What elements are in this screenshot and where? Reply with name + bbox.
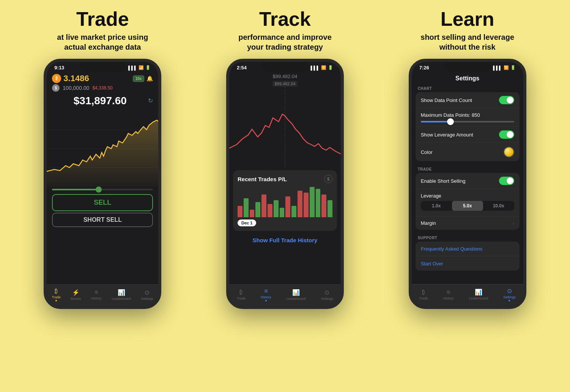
nav-item-history-1[interactable]: ≡ History	[91, 289, 102, 300]
nav-label-leaderboard-2: Leaderboard	[287, 297, 306, 301]
btc-row: ₿ 3.1486 10x 🔔	[52, 74, 153, 83]
settings-row-short-selling: Enable Short Selling	[416, 173, 520, 189]
nav-item-trade-1[interactable]: ₿ Trade	[52, 288, 60, 301]
date-pill: Dec 1	[238, 220, 256, 226]
bottom-nav-1: ₿ Trade ⚡ Boosts ≡ History 📊 Leaderb	[47, 284, 158, 306]
bar-6	[268, 204, 272, 217]
history-nav-icon-1: ≡	[94, 289, 98, 296]
nav-item-history-3[interactable]: ≡ History	[443, 289, 454, 300]
boosts-nav-icon: ⚡	[72, 289, 80, 296]
leverage-option-10x[interactable]: 10.0x	[483, 201, 514, 211]
leverage-badge[interactable]: 10x	[133, 75, 145, 82]
short-selling-toggle[interactable]	[499, 177, 514, 185]
time-1: 9:13	[54, 65, 64, 71]
settings-nav-icon-1: ⊙	[145, 289, 150, 296]
nav-item-settings-2[interactable]: ⊙ Settings	[321, 289, 334, 301]
bar-11	[298, 191, 302, 217]
trade-nav-icon-3: ₿	[422, 289, 425, 296]
bell-icon[interactable]: 🔔	[146, 75, 153, 82]
leverage-option-1x[interactable]: 1.0x	[421, 201, 452, 211]
nav-item-leaderboard-1[interactable]: 📊 Leaderboard	[112, 289, 131, 301]
leverage-option-5x[interactable]: 5.0x	[452, 201, 483, 211]
phone-learn: 7:26 ▌▌▌ 🛜 🔋 Settings CHART Show Data Po…	[409, 59, 526, 309]
toggle-thumb-1	[507, 97, 513, 103]
nav-label-history-1: History	[91, 296, 102, 300]
panel-learn: Learn short selling and leveragewithout …	[382, 8, 553, 384]
btc-right: 10x 🔔	[133, 75, 153, 82]
time-3: 7:26	[419, 65, 429, 71]
bar-16	[328, 200, 332, 217]
section-support-label: SUPPORT	[412, 233, 523, 241]
wifi-icon-2: 🛜	[321, 65, 326, 70]
nav-item-settings-3[interactable]: ⊙ Settings	[503, 287, 516, 301]
nav-item-boosts[interactable]: ⚡ Boosts	[71, 289, 81, 301]
start-over-row[interactable]: Start Over	[416, 256, 520, 271]
faq-row[interactable]: Frequently Asked Questions	[416, 241, 520, 256]
phone-track: 2:54 ▌▌▌ 🛜 🔋 $99,482.04	[226, 59, 344, 309]
phone-notch-2	[262, 62, 308, 72]
settings-title: Settings	[412, 72, 523, 83]
nav-item-trade-2[interactable]: ₿ Trade	[237, 289, 246, 300]
slider-track-1[interactable]	[52, 189, 153, 190]
nav-item-settings-1[interactable]: ⊙ Settings	[141, 289, 154, 301]
faq-label: Frequently Asked Questions	[421, 246, 483, 252]
leaderboard-nav-icon-1: 📊	[118, 289, 125, 296]
leaderboard-nav-icon-3: 📊	[475, 289, 482, 296]
panel-trade-subtitle: at live market price usingactual exchang…	[57, 32, 148, 52]
settings-row-data-point-count: Show Data Point Count	[416, 92, 520, 108]
panel-track-subtitle: performance and improveyour trading stra…	[238, 32, 332, 52]
nav-item-trade-3[interactable]: ₿ Trade	[419, 289, 428, 300]
signal-icon-3: ▌▌▌	[493, 66, 502, 70]
color-label: Color	[421, 149, 433, 155]
chart-line-2	[229, 114, 341, 154]
color-circle[interactable]	[504, 147, 514, 157]
bar-13	[310, 187, 315, 217]
start-over-label: Start Over	[421, 261, 443, 267]
slider-thumb-1	[96, 187, 102, 193]
track-chart-svg	[229, 80, 341, 167]
nav-label-trade-1: Trade	[52, 295, 60, 299]
max-data-slider[interactable]	[421, 121, 514, 122]
bar-3	[250, 210, 255, 217]
time-2: 2:54	[237, 65, 247, 71]
refresh-icon[interactable]: ↻	[148, 97, 153, 104]
bar-4	[255, 202, 260, 217]
usd-pnl: $4,338.50	[92, 85, 112, 91]
short-sell-button[interactable]: SHORT SELL	[52, 213, 153, 227]
nav-item-leaderboard-3[interactable]: 📊 Leaderboard	[469, 289, 488, 300]
leaderboard-nav-icon-2: 📊	[292, 289, 300, 296]
btc-left: ₿ 3.1486	[52, 74, 89, 83]
dollar-badge[interactable]: $	[324, 175, 332, 183]
short-selling-label: Enable Short Selling	[421, 178, 466, 184]
section-chart-label: CHART	[412, 83, 523, 92]
leverage-selector[interactable]: 1.0x 5.0x 10.0x	[421, 201, 514, 211]
btc-badge: ₿	[52, 74, 61, 83]
settings-row-margin[interactable]: Margin ›	[416, 216, 520, 230]
bar-5	[261, 194, 266, 217]
status-icons-3: ▌▌▌ 🛜 🔋	[493, 65, 515, 70]
nav-label-settings-2: Settings	[321, 297, 334, 301]
chevron-icon: ›	[513, 221, 514, 226]
bottom-nav-2: ₿ Trade ≡ History 📊 Leaderboard ⊙ Se	[229, 284, 341, 306]
toggle-thumb-3	[507, 177, 513, 184]
nav-item-leaderboard-2[interactable]: 📊 Leaderboard	[287, 289, 306, 301]
chart-price-label: $99,482.04	[229, 72, 341, 80]
nav-label-boosts: Boosts	[71, 297, 81, 301]
page-container: Trade at live market price usingactual e…	[0, 0, 570, 392]
sell-button[interactable]: SELL	[52, 194, 153, 211]
usd-balance: 100,000.00	[63, 85, 89, 91]
recent-trades-card: Recent Trades P/L $	[233, 170, 337, 231]
leverage-amount-toggle[interactable]	[499, 130, 514, 139]
nav-label-leaderboard-1: Leaderboard	[112, 297, 131, 301]
panel-track-title: Track	[259, 8, 311, 30]
status-icons-2: ▌▌▌ 🛜 🔋	[311, 65, 333, 70]
show-history-button[interactable]: Show Full Trade History	[233, 234, 337, 246]
slider-fill-1	[52, 189, 98, 190]
slider-row	[47, 187, 158, 193]
bar-9	[285, 196, 290, 217]
settings-row-color: Color	[416, 143, 520, 161]
data-point-count-toggle[interactable]	[499, 96, 514, 104]
nav-item-history-2[interactable]: ≡ History	[261, 288, 271, 301]
chart-settings-card: Show Data Point Count Maximum Data Point…	[416, 92, 520, 161]
phone-screen-settings: 7:26 ▌▌▌ 🛜 🔋 Settings CHART Show Data Po…	[412, 62, 523, 306]
